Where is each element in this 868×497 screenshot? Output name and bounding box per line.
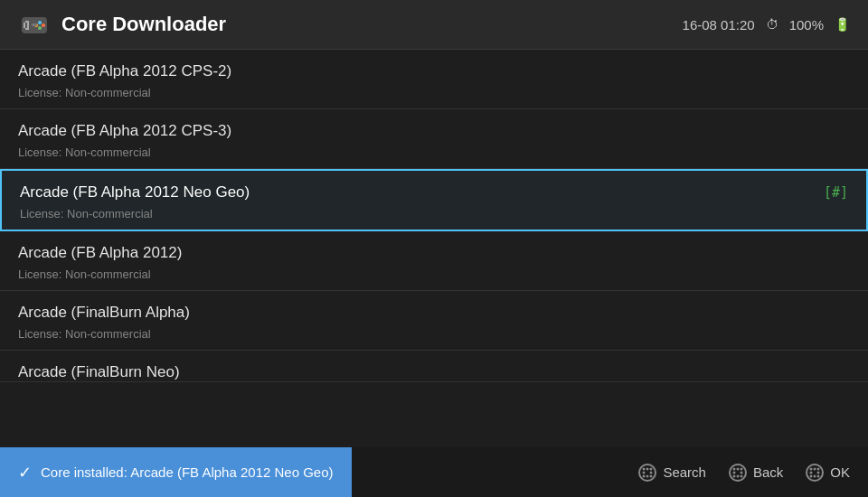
list-item[interactable]: Arcade (FinalBurn Alpha)License: Non-com… [0,291,868,351]
header: Core Downloader 16-08 01:20 ⏱ 100% 🔋 [0,0,868,50]
clock-icon: ⏱ [766,17,778,32]
header-info: 16-08 01:20 ⏱ 100% 🔋 [683,17,850,33]
list-item[interactable]: Arcade (FB Alpha 2012)License: Non-comme… [0,231,868,291]
check-icon: ✓ [18,463,32,483]
list-item-name: Arcade (FB Alpha 2012) [0,231,868,267]
svg-point-33 [817,471,820,474]
install-status-text: Core installed: Arcade (FB Alpha 2012 Ne… [41,464,334,480]
status-bar: ✓ Core installed: Arcade (FB Alpha 2012 … [0,447,868,497]
svg-rect-2 [24,23,25,28]
list-item-name: Arcade (FB Alpha 2012 CPS-2) [0,50,868,86]
svg-point-20 [732,467,735,470]
svg-point-34 [810,474,813,477]
datetime-label: 16-08 01:20 [683,17,755,33]
svg-point-30 [814,467,816,470]
svg-point-23 [732,471,735,474]
svg-point-27 [740,474,742,477]
ok-button[interactable]: OK [805,463,850,483]
svg-rect-1 [25,21,29,23]
battery-icon: 🔋 [835,17,850,32]
back-button[interactable]: Back [728,463,783,483]
list-item-license: License: Non-commercial [2,207,866,230]
list-item-name: Arcade (FinalBurn Alpha) [0,291,868,327]
search-button[interactable]: Search [637,463,706,483]
svg-point-36 [817,474,820,477]
svg-point-5 [38,21,42,24]
ok-nav-icon [805,463,825,483]
svg-point-11 [643,467,646,470]
svg-point-28 [807,464,823,481]
page-title: Core Downloader [61,13,226,36]
svg-point-12 [646,467,649,470]
svg-point-19 [730,464,746,481]
list-item-license: License: Non-commercial [0,327,868,350]
install-status: ✓ Core installed: Arcade (FB Alpha 2012 … [0,447,352,497]
list-item[interactable]: Arcade (FinalBurn Neo) [0,351,868,382]
search-label: Search [663,464,706,480]
svg-point-29 [810,467,813,470]
svg-point-15 [650,471,653,474]
svg-point-13 [650,467,653,470]
retro-controller-icon [18,8,51,41]
ok-label: OK [830,464,850,480]
list-item-license: License: Non-commercial [0,145,868,168]
svg-point-6 [42,23,45,27]
list-item-license: License: Non-commercial [0,86,868,108]
hash-badge: [#] [824,184,848,201]
nav-buttons: Search Back [619,463,868,483]
back-nav-icon [728,463,748,483]
svg-rect-4 [27,23,29,28]
list-item-name: Arcade (FinalBurn Neo) [0,351,868,382]
list-item-name: Arcade (FB Alpha 2012 CPS-3) [0,109,868,145]
svg-point-16 [643,474,646,477]
svg-point-32 [810,471,813,474]
battery-label: 100% [789,17,824,33]
svg-point-26 [736,474,739,477]
search-nav-icon [637,463,657,483]
list-item[interactable]: Arcade (FB Alpha 2012 CPS-3)License: Non… [0,109,868,169]
list-item[interactable]: Arcade (FB Alpha 2012 CPS-2)License: Non… [0,50,868,109]
svg-point-7 [38,26,42,30]
list-item-name: Arcade (FB Alpha 2012 Neo Geo)[#] [2,171,866,207]
svg-point-35 [814,474,816,477]
back-label: Back [753,464,783,480]
svg-rect-9 [32,23,37,26]
svg-point-31 [817,467,820,470]
core-list: Arcade (FB Alpha 2012 CPS-2)License: Non… [0,50,868,438]
list-item[interactable]: Arcade (FB Alpha 2012 Neo Geo)[#]License… [0,169,868,231]
svg-point-25 [732,474,735,477]
svg-point-21 [736,467,739,470]
svg-point-17 [646,474,649,477]
svg-point-18 [650,474,653,477]
svg-point-22 [740,467,742,470]
svg-rect-3 [25,28,29,30]
svg-point-14 [643,471,646,474]
svg-point-24 [740,471,742,474]
svg-point-10 [639,464,656,481]
header-left: Core Downloader [18,8,226,41]
list-item-license: License: Non-commercial [0,267,868,290]
